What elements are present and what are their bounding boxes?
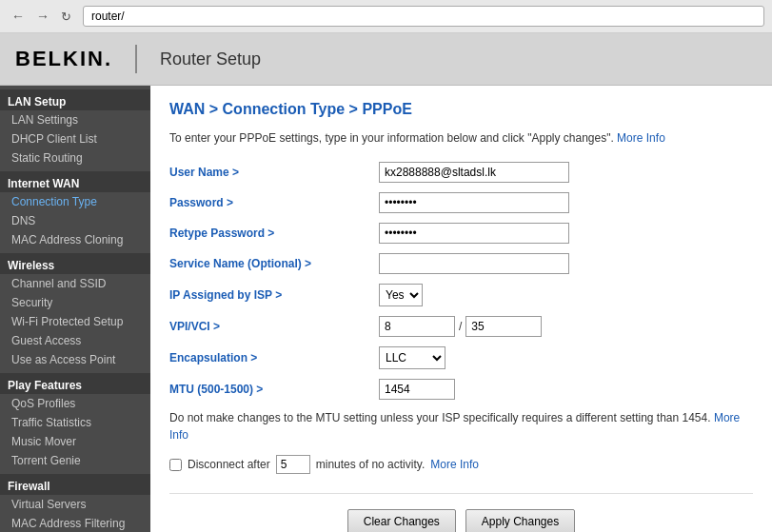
vpi-vci-row: VPI/VCI > / <box>169 316 753 337</box>
vpi-vci-label: VPI/VCI > <box>169 320 379 333</box>
service-name-row: Service Name (Optional) > <box>169 253 753 274</box>
service-name-label: Service Name (Optional) > <box>169 257 379 270</box>
mtu-warning: Do not make changes to the MTU setting u… <box>169 409 753 443</box>
sidebar-section-firewall: Firewall <box>0 474 150 495</box>
vpi-input[interactable] <box>379 316 455 337</box>
password-input[interactable] <box>379 192 569 213</box>
sidebar-item-connection-type[interactable]: Connection Type <box>0 192 150 211</box>
sidebar-item-mac-cloning[interactable]: MAC Address Cloning <box>0 230 150 249</box>
description-more-info-link[interactable]: More Info <box>617 131 665 145</box>
username-input[interactable] <box>379 162 569 183</box>
sidebar-item-security[interactable]: Security <box>0 293 150 312</box>
sidebar-item-channel-ssid[interactable]: Channel and SSID <box>0 274 150 293</box>
sidebar-section-lan-setup: LAN Setup <box>0 89 150 110</box>
nav-buttons: ← → ↻ <box>8 7 75 26</box>
service-name-input[interactable] <box>379 253 569 274</box>
description-text: To enter your PPPoE settings, type in yo… <box>169 131 614 145</box>
page-title: WAN > Connection Type > PPPoE <box>169 101 753 118</box>
sidebar-item-guest-access[interactable]: Guest Access <box>0 331 150 350</box>
sidebar-section-internet-wan: Internet WAN <box>0 171 150 192</box>
mtu-label: MTU (500-1500) > <box>169 383 379 396</box>
username-label: User Name > <box>169 166 379 179</box>
layout: LAN Setup LAN Settings DHCP Client List … <box>0 86 772 532</box>
brand-divider <box>135 45 137 73</box>
retype-password-label: Retype Password > <box>169 227 379 240</box>
sidebar-item-music-mover[interactable]: Music Mover <box>0 432 150 451</box>
sidebar-item-qos-profiles[interactable]: QoS Profiles <box>0 394 150 413</box>
refresh-button[interactable]: ↻ <box>57 8 75 26</box>
sidebar-item-wifi-protected[interactable]: Wi-Fi Protected Setup <box>0 312 150 331</box>
mtu-warning-text: Do not make changes to the MTU setting u… <box>169 411 711 424</box>
vpi-vci-inputs: / <box>379 316 542 337</box>
sidebar-item-traffic-statistics[interactable]: Traffic Statistics <box>0 413 150 432</box>
disconnect-label-post: minutes of no activity. <box>316 458 426 471</box>
retype-password-row: Retype Password > <box>169 223 753 244</box>
brand-logo: BELKIN. <box>15 47 112 71</box>
sidebar-item-lan-settings[interactable]: LAN Settings <box>0 110 150 129</box>
username-row: User Name > <box>169 162 753 183</box>
buttons-row: Clear Changes Apply Changes <box>169 493 753 532</box>
sidebar-item-virtual-servers[interactable]: Virtual Servers <box>0 495 150 514</box>
password-row: Password > <box>169 192 753 213</box>
page-description: To enter your PPPoE settings, type in yo… <box>169 129 753 147</box>
sidebar-item-static-routing[interactable]: Static Routing <box>0 148 150 167</box>
address-bar[interactable] <box>83 6 764 27</box>
sidebar-item-use-as-ap[interactable]: Use as Access Point <box>0 350 150 369</box>
forward-button[interactable]: → <box>32 7 53 26</box>
sidebar-item-torrent-genie[interactable]: Torrent Genie <box>0 451 150 470</box>
vci-input[interactable] <box>465 316 542 337</box>
retype-password-input[interactable] <box>379 223 569 244</box>
encapsulation-label: Encapsulation > <box>169 351 379 365</box>
sidebar-section-wireless: Wireless <box>0 253 150 274</box>
encapsulation-row: Encapsulation > LLC VC-Mux <box>169 346 753 369</box>
password-label: Password > <box>169 196 379 209</box>
sidebar-item-dhcp-client-list[interactable]: DHCP Client List <box>0 129 150 148</box>
mtu-input[interactable] <box>379 379 455 400</box>
vpi-vci-separator: / <box>459 320 462 333</box>
disconnect-minutes-input[interactable] <box>276 455 310 474</box>
disconnect-checkbox[interactable] <box>169 459 182 471</box>
disconnect-row: Disconnect after minutes of no activity.… <box>169 455 753 474</box>
mtu-row: MTU (500-1500) > <box>169 379 753 400</box>
sidebar-item-dns[interactable]: DNS <box>0 211 150 230</box>
header-title: Router Setup <box>160 49 261 69</box>
ip-assigned-row: IP Assigned by ISP > Yes No <box>169 284 753 306</box>
main-content: WAN > Connection Type > PPPoE To enter y… <box>150 86 772 532</box>
ip-assigned-label: IP Assigned by ISP > <box>169 288 379 302</box>
encapsulation-select[interactable]: LLC VC-Mux <box>379 346 445 369</box>
header: BELKIN. Router Setup <box>0 33 772 86</box>
disconnect-more-info-link[interactable]: More Info <box>430 458 479 471</box>
back-button[interactable]: ← <box>8 7 29 26</box>
sidebar: LAN Setup LAN Settings DHCP Client List … <box>0 86 150 532</box>
browser-chrome: ← → ↻ <box>0 0 772 33</box>
sidebar-section-play-features: Play Features <box>0 373 150 394</box>
disconnect-label-pre: Disconnect after <box>188 458 270 471</box>
ip-assigned-select[interactable]: Yes No <box>379 284 423 306</box>
apply-changes-button[interactable]: Apply Changes <box>465 509 575 532</box>
clear-changes-button[interactable]: Clear Changes <box>347 509 456 532</box>
encapsulation-control: LLC VC-Mux <box>379 346 445 369</box>
sidebar-item-mac-filtering[interactable]: MAC Address Filtering <box>0 514 150 532</box>
